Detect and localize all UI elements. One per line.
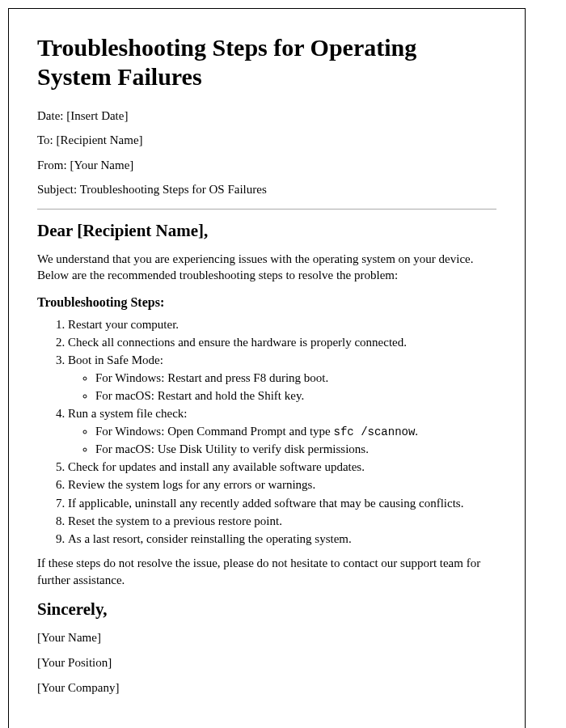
step-item: As a last resort, consider reinstalling … (68, 531, 496, 547)
substep-item: For Windows: Open Command Prompt and typ… (95, 423, 496, 440)
substep-item: For macOS: Use Disk Utility to verify di… (95, 441, 496, 457)
page-title: Troubleshooting Steps for Operating Syst… (37, 33, 496, 91)
substep-text: For Windows: Open Command Prompt and typ… (95, 425, 334, 438)
step-item: Review the system logs for any errors or… (68, 476, 496, 493)
meta-subject: Subject: Troubleshooting Steps for OS Fa… (37, 181, 496, 197)
substeps-list: For Windows: Open Command Prompt and typ… (68, 423, 496, 457)
steps-heading: Troubleshooting Steps: (37, 295, 496, 310)
signature-company: [Your Company] (37, 679, 496, 696)
code-snippet: sfc /scannow (334, 425, 416, 438)
closing-note: If these steps do not resolve the issue,… (37, 555, 496, 588)
meta-date: Date: [Insert Date] (37, 108, 496, 124)
step-item: If applicable, uninstall any recently ad… (68, 495, 496, 511)
divider (37, 209, 496, 210)
step-item: Check all connections and ensure the har… (68, 334, 496, 350)
step-text: Run a system file check: (68, 407, 187, 420)
step-item: Restart your computer. (68, 316, 496, 332)
signature-block: [Your Name] [Your Position] [Your Compan… (37, 629, 496, 696)
intro-paragraph: We understand that you are experiencing … (37, 251, 496, 284)
substep-text: . (415, 425, 418, 438)
meta-to: To: [Recipient Name] (37, 132, 496, 148)
meta-block: Date: [Insert Date] To: [Recipient Name]… (37, 108, 496, 197)
steps-list: Restart your computer. Check all connect… (37, 316, 496, 548)
substep-item: For Windows: Restart and press F8 during… (95, 370, 496, 386)
substep-item: For macOS: Restart and hold the Shift ke… (95, 387, 496, 404)
step-item: Run a system file check: For Windows: Op… (68, 405, 496, 457)
signoff: Sincerely, (37, 599, 496, 620)
step-text: Boot in Safe Mode: (68, 353, 163, 366)
step-item: Reset the system to a previous restore p… (68, 513, 496, 529)
meta-from: From: [Your Name] (37, 157, 496, 173)
step-item: Check for updates and install any availa… (68, 459, 496, 475)
signature-position: [Your Position] (37, 654, 496, 671)
signature-name: [Your Name] (37, 629, 496, 645)
document-page: Troubleshooting Steps for Operating Syst… (8, 8, 526, 728)
salutation: Dear [Recipient Name], (37, 221, 496, 241)
step-item: Boot in Safe Mode: For Windows: Restart … (68, 352, 496, 404)
substeps-list: For Windows: Restart and press F8 during… (68, 370, 496, 404)
